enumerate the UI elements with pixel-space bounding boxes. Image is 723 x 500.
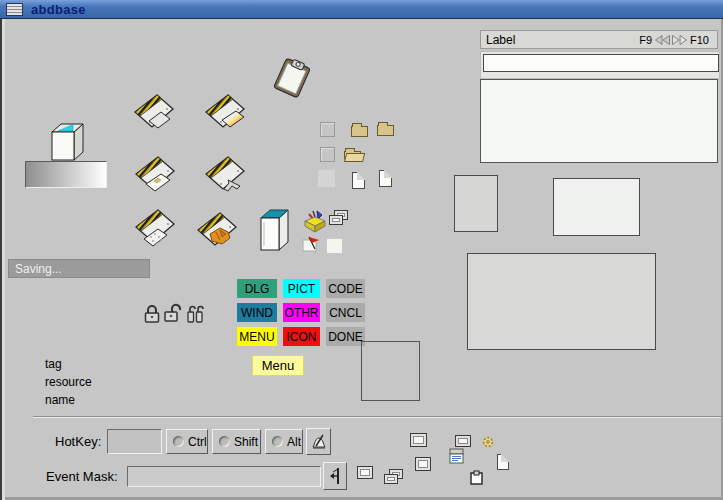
gear-icon[interactable] [481,435,495,449]
widget-rect-small[interactable] [454,175,498,232]
shift-toggle[interactable]: Shift [212,429,261,454]
prev-key-label: F9 [639,34,652,46]
widget-rect-large[interactable] [467,253,656,350]
status-bar: Saving... [8,259,150,278]
folder-icon[interactable] [351,126,368,137]
rewind-icon[interactable] [655,35,670,45]
blank-square-icon[interactable] [320,122,335,137]
blank-square-icon[interactable] [318,170,335,187]
cascade-windows-icon[interactable] [329,210,349,226]
label-input[interactable] [483,54,719,72]
binder-icon[interactable] [257,206,291,252]
name-label: name [45,393,75,407]
enter-arrow-button[interactable] [323,462,347,490]
bell-slash-icon [311,434,327,450]
palette-button-pict[interactable]: PICT [283,279,320,298]
next-key-label: F10 [690,34,709,46]
window-frame-icon[interactable] [455,435,471,447]
widget-rect-medium[interactable] [553,178,640,236]
floppy-disk-icon[interactable] [127,88,179,138]
label-panel-title: Label [486,33,636,47]
window-frame-icon[interactable] [410,433,427,447]
event-mask-label: Event Mask: [46,469,118,484]
open-folder-icon[interactable] [344,151,361,162]
gradient-bar[interactable] [25,161,107,188]
menu-label[interactable]: Menu [252,355,304,376]
enter-arrow-icon [327,466,343,486]
title-bar[interactable]: abdbase [0,0,723,19]
radio-icon [272,436,283,447]
window-title: abdbase [31,2,86,17]
bell-button[interactable] [306,428,331,455]
palette-button-icon[interactable]: ICON [283,327,320,346]
book-icon[interactable] [46,120,86,164]
radio-icon [219,436,230,447]
toolbox-icon[interactable] [302,208,328,234]
hotkey-label: HotKey: [55,434,101,449]
lock-pair-icon[interactable] [186,303,204,325]
resource-label: resource [45,375,92,389]
alt-toggle-label: Alt [287,435,301,449]
shift-toggle-label: Shift [234,435,258,449]
cascade-windows-icon[interactable] [384,469,404,485]
window-frame-icon[interactable] [357,466,373,479]
radio-icon [173,436,184,447]
label-panel-header: Label F9 F10 [480,30,718,49]
palette-button-dlg[interactable]: DLG [237,279,277,298]
clipboard-icon[interactable] [270,58,314,100]
lock-closed-icon[interactable] [143,303,161,325]
blank-square-icon[interactable] [326,238,343,254]
window-frame-icon[interactable] [415,457,431,471]
lock-open-icon[interactable] [163,302,182,325]
palette-grid: DLG PICT CODE WIND OTHR CNCL MENU ICON D… [237,279,365,346]
alt-toggle[interactable]: Alt [265,429,303,454]
widget-square-outline[interactable] [361,341,420,401]
label-list[interactable] [480,79,718,163]
palette-button-code[interactable]: CODE [326,279,365,298]
separator [33,416,721,418]
blank-square-icon[interactable] [320,147,335,162]
palette-button-done[interactable]: DONE [326,327,365,346]
notepad-icon[interactable] [448,447,466,465]
floppy-cargo-icon[interactable] [190,206,242,258]
ctrl-toggle[interactable]: Ctrl [166,429,208,454]
label-input-frame [480,51,720,79]
clipboard-small-icon[interactable] [470,470,483,485]
palette-button-wind[interactable]: WIND [237,303,277,322]
event-mask-input[interactable] [127,466,321,487]
floppy-tool-icon[interactable] [198,150,250,200]
page-icon[interactable] [497,454,509,470]
window-menu-icon[interactable] [6,3,23,16]
fast-forward-icon[interactable] [672,35,687,45]
folder-icon[interactable] [377,125,394,136]
floppy-keypad-icon[interactable] [128,203,180,255]
floppy-picture-icon[interactable] [198,88,250,138]
palette-button-menu[interactable]: MENU [237,327,277,346]
palette-button-cncl[interactable]: CNCL [326,303,365,322]
app-window: abdbase Label F9 F10 [0,0,723,500]
tag-label: tag [45,357,62,371]
document-icon[interactable] [352,172,365,189]
floppy-card-icon[interactable] [128,150,180,200]
ctrl-toggle-label: Ctrl [188,435,207,449]
hotkey-input[interactable] [107,429,162,454]
palette-button-othr[interactable]: OTHR [283,303,320,322]
status-text: Saving... [15,262,62,276]
document-icon[interactable] [379,170,392,187]
label-panel: Label F9 F10 [480,30,718,161]
flag-icon[interactable] [302,236,322,252]
